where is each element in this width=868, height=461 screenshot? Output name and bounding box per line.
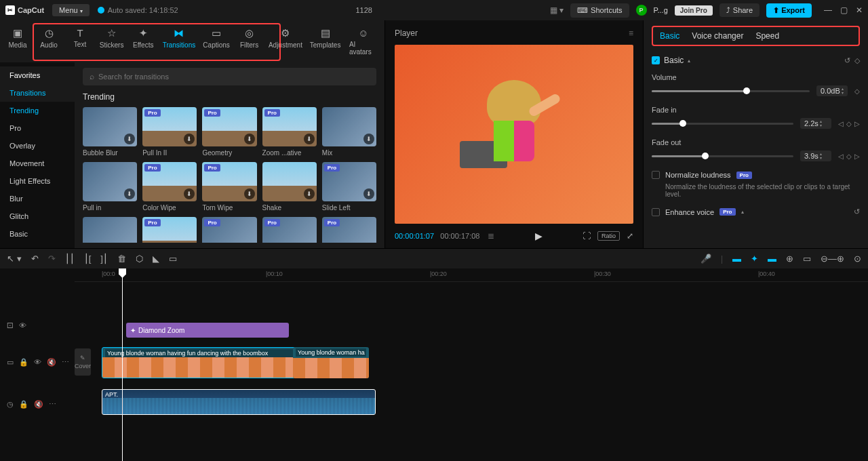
- normalize-checkbox[interactable]: [652, 171, 660, 179]
- mute-icon[interactable]: 🔇: [47, 358, 56, 367]
- tool-icon[interactable]: ▭: [803, 254, 811, 264]
- transition-item[interactable]: ⬇Shake: [262, 162, 317, 212]
- video-track-head[interactable]: ▭ 🔒 👁 🔇 ⋯ ✎ Cover: [0, 343, 75, 381]
- split-right-tool[interactable]: ]⎮: [100, 254, 108, 264]
- transition-item[interactable]: Pro⬇Torn Wipe: [202, 162, 256, 212]
- lock-icon[interactable]: 🔒: [19, 400, 28, 409]
- tab-speed[interactable]: Speed: [755, 31, 779, 41]
- sidebar-item-pro[interactable]: Pro: [0, 119, 75, 137]
- tab-filters[interactable]: ◎Filters: [235, 24, 264, 58]
- play-button[interactable]: ▶: [535, 230, 542, 241]
- effect-track-head[interactable]: ⚀ 👁: [0, 316, 75, 335]
- export-button[interactable]: ⬆ Export: [766, 3, 812, 18]
- sidebar-item-overlay[interactable]: Overlay: [0, 137, 75, 155]
- transition-item[interactable]: Pro⬇: [262, 217, 317, 243]
- download-icon[interactable]: ⬇: [124, 188, 135, 199]
- keyframe-icon[interactable]: ◇: [846, 153, 852, 160]
- download-icon[interactable]: ⬇: [244, 134, 255, 144]
- download-icon[interactable]: ⬇: [363, 188, 374, 199]
- project-title[interactable]: 1128: [186, 6, 542, 14]
- mic-icon[interactable]: 🎤: [701, 254, 711, 264]
- sidebar-item-blur[interactable]: Blur: [0, 190, 75, 207]
- keyframe-icon[interactable]: ◇: [854, 56, 860, 65]
- sidebar-item-distortion[interactable]: Distortion: [0, 243, 75, 248]
- download-icon[interactable]: ⬇: [304, 188, 315, 199]
- tab-ai-avatars[interactable]: ☺AI avatars: [345, 24, 382, 58]
- download-icon[interactable]: ⬇: [184, 188, 195, 199]
- tab-effects[interactable]: ✦Effects: [128, 24, 158, 58]
- keyframe-icon[interactable]: ◇: [846, 120, 852, 127]
- audio-track-head[interactable]: ◷ 🔒 🔇 ⋯: [0, 389, 75, 419]
- menu-button[interactable]: Menu ▾: [52, 4, 90, 16]
- transition-item[interactable]: ⬇Pull in: [83, 162, 137, 212]
- audio-clip[interactable]: APT.: [102, 389, 376, 415]
- ratio-button[interactable]: Ratio: [597, 231, 620, 241]
- transition-item[interactable]: Pro⬇: [202, 217, 256, 243]
- minimize-icon[interactable]: —: [824, 5, 832, 15]
- fadein-slider[interactable]: [652, 123, 793, 125]
- lock-icon[interactable]: ⚀: [7, 321, 14, 330]
- transition-item[interactable]: Pro⬇Color Wipe: [142, 162, 197, 212]
- redo-button[interactable]: ↷: [48, 254, 56, 264]
- tool-icon[interactable]: ⊕: [786, 254, 793, 264]
- sidebar-item-movement[interactable]: Movement: [0, 155, 75, 172]
- select-tool[interactable]: ↖ ▾: [7, 254, 22, 264]
- sidebar-item-glitch[interactable]: Glitch: [0, 207, 75, 225]
- download-icon[interactable]: ⬇: [184, 134, 195, 144]
- track-icon[interactable]: ◷: [7, 400, 14, 409]
- tab-media[interactable]: ▣Media: [3, 24, 33, 58]
- video-clip-2[interactable]: Young blonde woman ha: [293, 347, 369, 378]
- avatar[interactable]: P: [636, 5, 647, 16]
- tab-adjustment[interactable]: ⚙Adjustment: [266, 24, 306, 58]
- volume-slider[interactable]: [652, 90, 810, 92]
- enhance-checkbox[interactable]: [652, 208, 660, 216]
- sidebar-item-transitions[interactable]: Transitions: [0, 84, 75, 102]
- search-input[interactable]: ⌕: [83, 68, 376, 85]
- crop-icon[interactable]: ⛶: [583, 231, 591, 241]
- share-button[interactable]: ⤴ Share: [719, 3, 760, 17]
- fadeout-slider[interactable]: [652, 155, 793, 157]
- close-icon[interactable]: ✕: [856, 5, 863, 15]
- tab-templates[interactable]: ▤Templates: [307, 24, 344, 58]
- maximize-icon[interactable]: ▢: [840, 5, 848, 15]
- fadein-value[interactable]: 2.2s▴▾: [800, 118, 831, 129]
- shortcuts-button[interactable]: ⌨ Shortcuts: [570, 3, 629, 18]
- search-field[interactable]: [98, 73, 370, 81]
- lock-icon[interactable]: 🔒: [19, 358, 28, 367]
- sidebar-item-favorites[interactable]: Favorites: [0, 66, 75, 84]
- sidebar-item-basic[interactable]: Basic: [0, 225, 75, 243]
- transition-item[interactable]: Pro⬇Slide Left: [322, 162, 376, 212]
- transition-item[interactable]: Pro⬇Pull In II: [142, 107, 197, 157]
- tab-audio[interactable]: ◷Audio: [34, 24, 64, 58]
- delete-button[interactable]: 🗑: [117, 254, 126, 264]
- visible-icon[interactable]: 👁: [34, 358, 41, 366]
- split-tool[interactable]: ⎮⎮: [65, 254, 75, 264]
- track-icon[interactable]: ▭: [7, 358, 14, 367]
- more-icon[interactable]: ⋯: [62, 358, 69, 367]
- list-icon[interactable]: ≣: [488, 231, 494, 241]
- download-icon[interactable]: ⬇: [363, 134, 374, 144]
- fadeout-value[interactable]: 3.9s▴▾: [800, 151, 831, 161]
- tool-icon[interactable]: ⬡: [136, 254, 143, 264]
- keyframe-icon[interactable]: ◇: [854, 87, 860, 95]
- tab-captions[interactable]: ▭Captions: [200, 24, 233, 58]
- playhead[interactable]: [122, 268, 123, 461]
- keyframe-next-icon[interactable]: ▷: [854, 120, 860, 127]
- magnet-tool[interactable]: ▬: [732, 254, 741, 264]
- transition-item[interactable]: Pro⬇Geometry: [202, 107, 256, 157]
- fullscreen-icon[interactable]: ⤢: [627, 231, 633, 241]
- tab-basic[interactable]: Basic: [660, 31, 679, 41]
- join-pro-button[interactable]: Join Pro: [675, 5, 713, 16]
- keyframe-prev-icon[interactable]: ◁: [838, 153, 844, 160]
- player-viewport[interactable]: [395, 45, 633, 224]
- tab-stickers[interactable]: ☆Stickers: [96, 24, 127, 58]
- download-icon[interactable]: ⬇: [124, 134, 135, 144]
- sidebar-item-trending[interactable]: Trending: [0, 102, 75, 119]
- volume-value[interactable]: 0.0dB▴▾: [816, 85, 848, 96]
- effect-clip[interactable]: ✦ Diamond Zoom: [126, 323, 289, 338]
- player-menu-icon[interactable]: ≡: [629, 28, 633, 38]
- layout-icon[interactable]: ▦ ▾: [550, 5, 564, 15]
- transition-item[interactable]: ⬇: [83, 217, 137, 243]
- transition-item[interactable]: ⬇Bubble Blur: [83, 107, 137, 157]
- download-icon[interactable]: ⬇: [244, 188, 255, 199]
